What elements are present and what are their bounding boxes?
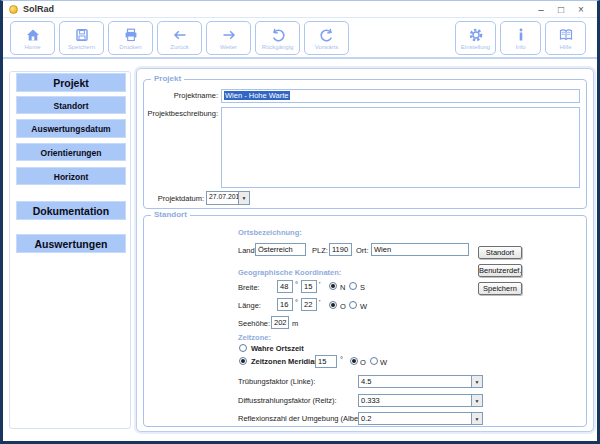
meridian-east-radio[interactable] — [350, 357, 358, 365]
print-label: Drucken — [119, 44, 141, 50]
sidebar-item-standort[interactable]: Standort — [16, 96, 126, 114]
project-description-textarea[interactable] — [221, 107, 580, 188]
meridian-east-label: O — [360, 358, 366, 367]
info-label: Info — [515, 44, 525, 50]
home-label: Home — [24, 44, 40, 50]
next-button[interactable]: Weiter — [206, 21, 251, 55]
meridian-west-radio[interactable] — [370, 357, 378, 365]
redo-label: Vorwärts — [315, 44, 338, 50]
turbidity-combobox[interactable]: 4.5 — [358, 375, 483, 388]
toolbar: Home Speichern Drucken Zurück Weiter Rüc… — [3, 19, 597, 59]
lat-min-unit: ' — [319, 280, 320, 289]
sidebar-item-auswertungen[interactable]: Auswertungen — [16, 234, 126, 253]
latitude-min-input[interactable]: 15 — [301, 280, 317, 293]
albedo-label: Reflexionszahl der Umgebung (Albedo): — [238, 414, 371, 423]
close-button[interactable]: × — [571, 2, 591, 17]
timezone-meridian-label: Zeitzonen Meridian: — [251, 357, 321, 366]
timezone-meridian-radio[interactable] — [239, 357, 247, 365]
turbidity-label: Trübungsfaktor (Linke): — [238, 377, 315, 386]
longitude-deg-input[interactable]: 16 — [277, 298, 293, 311]
true-local-time-radio[interactable] — [239, 344, 247, 352]
project-date-combobox[interactable]: 27.07.2018 — [206, 191, 250, 205]
next-label: Weiter — [220, 44, 237, 50]
project-date-value: 27.07.2018 — [207, 192, 238, 204]
longitude-label: Länge: — [238, 301, 261, 310]
home-icon — [25, 27, 41, 43]
country-input[interactable]: Österreich — [255, 243, 306, 256]
lon-west-radio[interactable] — [349, 301, 357, 309]
undo-icon — [270, 27, 286, 43]
lon-west-label: W — [360, 302, 367, 311]
sidebar-item-auswertungsdatum[interactable]: Auswertungsdatum — [16, 119, 126, 138]
lat-south-radio[interactable] — [349, 282, 357, 290]
meridian-deg-unit: ° — [340, 355, 343, 364]
turbidity-dropdown-arrow-icon[interactable] — [471, 376, 482, 387]
altitude-label: Seehöhe: — [238, 319, 270, 328]
albedo-combobox[interactable]: 0.2 — [358, 412, 483, 425]
diffuse-factor-combobox[interactable]: 0.333 — [358, 394, 483, 407]
project-name-input[interactable]: Wien - Hohe Warte — [221, 89, 580, 103]
altitude-input[interactable]: 202 — [271, 316, 289, 329]
save-button[interactable]: Speichern — [59, 21, 104, 55]
lat-north-radio[interactable] — [329, 282, 337, 290]
country-label: Land: — [238, 246, 257, 255]
albedo-value: 0.2 — [359, 413, 471, 424]
maximize-button[interactable]: □ — [551, 2, 571, 17]
diffuse-factor-label: Diffusstrahlungsfaktor (Reitz): — [238, 396, 337, 405]
settings-label: Einstellung — [461, 44, 490, 50]
city-label: Ort: — [356, 246, 369, 255]
timezone-heading: Zeitzone: — [238, 333, 271, 342]
back-label: Zurück — [170, 44, 188, 50]
lat-south-label: S — [360, 283, 365, 292]
minimize-button[interactable]: – — [531, 2, 551, 17]
altitude-unit: m — [292, 319, 298, 328]
place-heading: Ortsbezeichnung: — [238, 228, 302, 237]
project-description-label: Projektbeschreibung: — [144, 109, 218, 118]
home-button[interactable]: Home — [10, 21, 55, 55]
benutzerdef-button[interactable]: Benutzerdef. — [478, 264, 522, 277]
help-label: Hilfe — [559, 44, 571, 50]
zip-input[interactable]: 1190 — [329, 243, 352, 256]
redo-button[interactable]: Vorwärts — [304, 21, 349, 55]
arrow-left-icon — [172, 27, 188, 43]
info-button[interactable]: Info — [500, 21, 541, 55]
speichern-button[interactable]: Speichern — [478, 282, 522, 295]
undo-label: Rückgängig — [262, 44, 294, 50]
main-panel: Projekt Projektname: Wien - Hohe Warte P… — [136, 68, 594, 432]
latitude-label: Breite: — [238, 283, 260, 292]
true-local-time-label: Wahre Ortszeit — [251, 344, 304, 353]
back-button[interactable]: Zurück — [157, 21, 202, 55]
albedo-dropdown-arrow-icon[interactable] — [471, 413, 482, 424]
city-input[interactable]: Wien — [371, 243, 469, 256]
help-button[interactable]: Hilfe — [545, 21, 586, 55]
sidebar-item-horizont[interactable]: Horizont — [16, 167, 126, 185]
gear-icon — [468, 27, 484, 43]
location-group-legend: Standort — [151, 210, 190, 219]
lon-min-unit: ' — [319, 298, 320, 307]
print-button[interactable]: Drucken — [108, 21, 153, 55]
content-area: Projekt Standort Auswertungsdatum Orient… — [3, 61, 597, 441]
longitude-min-input[interactable]: 22 — [301, 298, 317, 311]
standort-button[interactable]: Standort — [478, 246, 522, 259]
save-icon — [74, 27, 90, 43]
meridian-input[interactable]: 15 — [315, 355, 337, 368]
project-date-label: Projektdatum: — [144, 194, 204, 203]
sidebar-item-dokumentation[interactable]: Dokumentation — [16, 201, 126, 220]
sidebar-item-projekt[interactable]: Projekt — [16, 73, 126, 92]
location-groupbox: Standort Ortsbezeichnung: Land: Österrei… — [143, 215, 587, 427]
arrow-right-icon — [221, 27, 237, 43]
meridian-west-label: W — [380, 358, 387, 367]
redo-icon — [319, 27, 335, 43]
settings-button[interactable]: Einstellung — [455, 21, 496, 55]
lon-east-label: O — [340, 302, 346, 311]
date-dropdown-arrow-icon[interactable] — [238, 192, 249, 204]
lon-east-radio[interactable] — [329, 301, 337, 309]
info-icon — [513, 27, 529, 43]
app-window: SolRad – □ × Home Speichern Drucken Zurü… — [0, 0, 600, 444]
undo-button[interactable]: Rückgängig — [255, 21, 300, 55]
sidebar-item-orientierungen[interactable]: Orientierungen — [16, 143, 126, 161]
zip-label: PLZ: — [312, 246, 328, 255]
latitude-deg-input[interactable]: 48 — [277, 280, 293, 293]
diffuse-dropdown-arrow-icon[interactable] — [471, 395, 482, 406]
turbidity-value: 4.5 — [359, 376, 471, 387]
